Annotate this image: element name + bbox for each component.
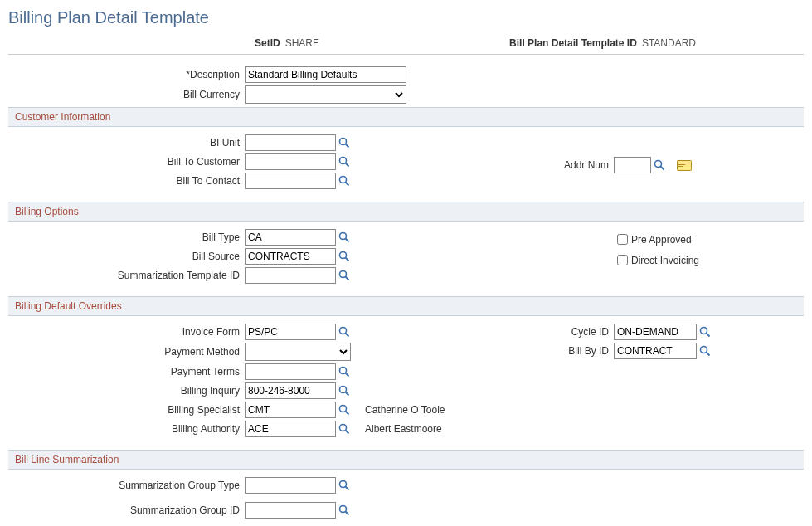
page-title: Billing Plan Detail Template [8, 8, 804, 29]
svg-rect-10 [678, 164, 685, 165]
summarization-group-id-label: Summarization Group ID [8, 504, 245, 516]
bill-to-customer-input[interactable] [245, 153, 336, 170]
invoice-form-label: Invoice Form [8, 326, 245, 338]
svg-point-24 [340, 406, 347, 412]
addr-num-label: Addr Num [473, 159, 614, 171]
bi-unit-input[interactable] [245, 134, 336, 151]
direct-invoicing-checkbox[interactable] [617, 255, 628, 265]
svg-rect-9 [678, 163, 683, 163]
summarization-template-id-lookup-icon[interactable] [338, 270, 350, 281]
invoice-form-input[interactable] [245, 324, 336, 340]
bill-currency-label: Bill Currency [8, 89, 245, 100]
address-card-icon[interactable] [677, 160, 692, 171]
billing-authority-lookup-icon[interactable] [338, 423, 350, 435]
payment-terms-label: Payment Terms [8, 366, 245, 377]
invoice-form-lookup-icon[interactable] [338, 326, 350, 338]
summarization-group-id-lookup-icon[interactable] [338, 504, 350, 516]
bill-to-contact-input[interactable] [245, 173, 336, 189]
bill-by-id-label: Bill By ID [473, 345, 614, 357]
bill-source-input[interactable] [245, 248, 336, 265]
bill-type-input[interactable] [245, 229, 336, 246]
svg-point-30 [701, 347, 707, 353]
billing-options-header: Billing Options [8, 202, 804, 222]
svg-point-4 [340, 177, 347, 183]
billing-inquiry-lookup-icon[interactable] [338, 385, 350, 397]
svg-line-33 [346, 487, 349, 490]
svg-point-2 [340, 158, 347, 164]
cycle-id-lookup-icon[interactable] [699, 326, 711, 338]
svg-point-32 [340, 481, 347, 488]
summarization-group-type-lookup-icon[interactable] [338, 480, 350, 491]
bill-line-summarization-section: Bill Line Summarization Summarization Gr… [8, 450, 804, 526]
svg-line-31 [707, 353, 710, 356]
addr-num-input[interactable] [614, 157, 651, 173]
billing-specialist-name: Catherine O Toole [365, 404, 445, 416]
svg-line-15 [346, 258, 349, 261]
svg-line-19 [346, 334, 349, 337]
svg-line-25 [346, 412, 349, 415]
billing-specialist-lookup-icon[interactable] [338, 404, 350, 416]
svg-rect-8 [678, 160, 692, 170]
svg-line-29 [707, 334, 710, 337]
svg-point-22 [340, 387, 347, 393]
bill-type-label: Bill Type [8, 231, 245, 243]
summarization-group-id-input[interactable] [245, 502, 336, 519]
bill-type-lookup-icon[interactable] [338, 231, 350, 243]
svg-line-1 [346, 144, 349, 148]
bill-to-contact-label: Bill To Contact [8, 175, 245, 187]
svg-point-14 [340, 252, 347, 259]
svg-line-27 [346, 431, 349, 434]
bi-unit-lookup-icon[interactable] [338, 137, 350, 149]
customer-information-section: Customer Information BI Unit Bill To Cus… [8, 107, 804, 197]
summarization-template-id-label: Summarization Template ID [8, 270, 245, 281]
svg-point-34 [340, 506, 347, 513]
customer-information-header: Customer Information [8, 107, 804, 127]
svg-point-20 [340, 368, 347, 374]
billing-options-section: Billing Options Bill Type Bill Source Su… [8, 202, 804, 291]
cycle-id-input[interactable] [614, 324, 697, 340]
pre-approved-label: Pre Approved [631, 234, 692, 246]
svg-rect-11 [678, 166, 683, 167]
addr-num-lookup-icon[interactable] [654, 159, 665, 171]
svg-point-12 [340, 233, 347, 240]
setid-value: SHARE [285, 37, 319, 49]
billing-inquiry-label: Billing Inquiry [8, 385, 245, 397]
summarization-group-type-input[interactable] [245, 477, 336, 494]
svg-line-23 [346, 392, 349, 396]
pre-approved-checkbox[interactable] [617, 234, 628, 245]
payment-terms-input[interactable] [245, 363, 336, 380]
svg-point-28 [701, 328, 707, 334]
bi-unit-label: BI Unit [8, 137, 245, 149]
svg-line-13 [346, 239, 349, 242]
description-input[interactable] [245, 66, 406, 83]
svg-line-5 [346, 183, 349, 186]
bill-line-summarization-header: Bill Line Summarization [8, 450, 804, 470]
bill-currency-select[interactable] [245, 85, 406, 104]
billing-default-overrides-section: Billing Default Overrides Invoice Form P… [8, 296, 804, 445]
summarization-template-id-input[interactable] [245, 267, 336, 284]
bill-to-customer-label: Bill To Customer [8, 156, 245, 168]
svg-point-6 [655, 161, 662, 168]
billing-inquiry-input[interactable] [245, 382, 336, 399]
payment-method-select[interactable] [245, 343, 351, 361]
billing-default-overrides-header: Billing Default Overrides [8, 296, 804, 316]
svg-line-35 [346, 512, 349, 515]
svg-point-16 [340, 271, 347, 278]
svg-point-26 [340, 425, 347, 431]
bill-source-lookup-icon[interactable] [338, 251, 350, 262]
bill-to-contact-lookup-icon[interactable] [338, 175, 350, 187]
svg-line-7 [661, 167, 664, 170]
bill-by-id-input[interactable] [614, 343, 697, 359]
setid-label: SetID [255, 37, 285, 49]
template-id-value: STANDARD [642, 37, 696, 49]
direct-invoicing-label: Direct Invoicing [631, 255, 699, 266]
svg-line-3 [346, 163, 349, 167]
payment-terms-lookup-icon[interactable] [338, 366, 350, 377]
bill-by-id-lookup-icon[interactable] [699, 345, 711, 357]
description-label: *Description [8, 69, 245, 80]
billing-specialist-label: Billing Specialist [8, 404, 245, 416]
billing-authority-input[interactable] [245, 421, 336, 437]
billing-specialist-input[interactable] [245, 402, 336, 418]
bill-to-customer-lookup-icon[interactable] [338, 156, 350, 168]
svg-point-18 [340, 328, 347, 334]
